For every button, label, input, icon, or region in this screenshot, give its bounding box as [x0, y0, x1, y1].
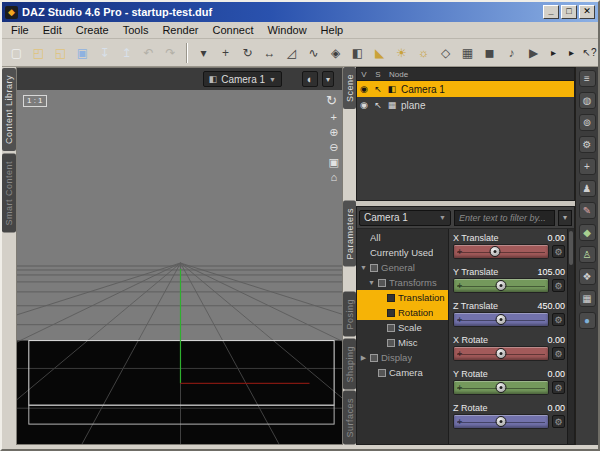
toolbar-overflow-icon[interactable]: ▸ [545, 42, 562, 63]
undo-button[interactable]: ↶ [138, 42, 159, 63]
animate-button[interactable]: ♪ [501, 42, 522, 63]
slider-track[interactable]: + [453, 244, 549, 259]
home-view-icon[interactable]: ⌂ [330, 172, 337, 183]
universal-tool-button[interactable]: + [215, 42, 236, 63]
grid-panel-icon[interactable]: ▦ [579, 290, 596, 307]
nudge-plus-icon[interactable]: + [457, 247, 462, 256]
slider-gear-icon[interactable]: ⚙ [552, 279, 565, 292]
redo-button[interactable]: ↷ [160, 42, 181, 63]
node-column-header[interactable]: Node [385, 70, 574, 79]
rotate-tool-button[interactable]: ↻ [237, 42, 258, 63]
open-file-button[interactable]: ◰ [28, 42, 49, 63]
save-file-button[interactable]: ▣ [72, 42, 93, 63]
scene-node-row[interactable]: ◉ ↖ ▦ plane [357, 97, 574, 113]
nudge-plus-icon[interactable]: + [457, 315, 462, 324]
parameter-group-row[interactable]: Currently Used [357, 245, 448, 260]
parameters-node-selector[interactable]: Camera 1 ▼ [359, 210, 451, 226]
translate-tool-button[interactable]: ↔ [259, 42, 280, 63]
parameter-filter-input[interactable] [454, 210, 555, 226]
tab-parameters[interactable]: Parameters [343, 201, 356, 267]
slider-value[interactable]: 0.00 [547, 335, 565, 345]
create-distant-light-button[interactable]: ☼ [413, 42, 434, 63]
parameter-group-row[interactable]: Rotation [357, 305, 448, 320]
menu-item[interactable]: Window [260, 23, 313, 37]
parameter-group-row[interactable]: Misc [357, 335, 448, 350]
slider-knob[interactable] [496, 348, 507, 359]
filter-options-button[interactable]: ▾ [558, 210, 572, 226]
expand-arrow-icon[interactable]: ▼ [360, 264, 367, 271]
slider-value[interactable]: 0.00 [547, 369, 565, 379]
slider-track[interactable]: + [453, 312, 549, 327]
import-button[interactable]: ↧ [94, 42, 115, 63]
render-settings-icon[interactable]: ⊚ [579, 114, 596, 131]
nudge-plus-icon[interactable]: + [457, 349, 462, 358]
render-button[interactable]: ▶ [523, 42, 544, 63]
viewport-camera-selector[interactable]: ◧ Camera 1 ▼ [203, 71, 282, 87]
visibility-eye-icon[interactable]: ◉ [357, 84, 371, 94]
slider-gear-icon[interactable]: ⚙ [552, 313, 565, 326]
tools-icon[interactable]: + [579, 158, 596, 175]
create-primitive-button[interactable]: ◼ [479, 42, 500, 63]
viewport-menu-button[interactable]: ▾ [322, 71, 334, 87]
slider-value[interactable]: 0.00 [547, 233, 565, 243]
nudge-plus-icon[interactable]: + [457, 417, 462, 426]
slider-value[interactable]: 450.00 [537, 301, 565, 311]
menu-item[interactable]: Render [155, 23, 205, 37]
new-file-button[interactable]: ▢ [6, 42, 27, 63]
close-button[interactable]: ✕ [579, 5, 595, 19]
panel-menu-icon[interactable]: ≡ [579, 70, 596, 87]
node-selection-tool-button[interactable]: ▾ [193, 42, 214, 63]
zoom-in-icon[interactable]: ⊕ [329, 127, 338, 138]
selectable-cursor-icon[interactable]: ↖ [371, 84, 385, 94]
export-button[interactable]: ↥ [116, 42, 137, 63]
slider-gear-icon[interactable]: ⚙ [552, 245, 565, 258]
slider-knob[interactable] [490, 246, 501, 257]
slider-knob[interactable] [496, 314, 507, 325]
selectable-column-header[interactable]: S [371, 70, 385, 79]
expand-arrow-icon[interactable]: ▶ [360, 354, 367, 362]
slider-gear-icon[interactable]: ⚙ [552, 415, 565, 428]
active-pose-tool-button[interactable]: ∿ [303, 42, 324, 63]
selectable-cursor-icon[interactable]: ↖ [371, 100, 385, 110]
menu-item[interactable]: Help [314, 23, 351, 37]
expand-arrow-icon[interactable]: ▼ [368, 279, 375, 286]
paint-brush-icon[interactable]: ✎ [579, 202, 596, 219]
menu-item[interactable]: Create [69, 23, 116, 37]
toolbar-overflow2-icon[interactable]: ▸ [563, 42, 580, 63]
visibility-eye-icon[interactable]: ◉ [357, 100, 371, 110]
world-globe-icon[interactable]: ● [579, 312, 596, 329]
slider-knob[interactable] [496, 382, 507, 393]
tab-scene[interactable]: Scene [343, 67, 356, 109]
scene-node-row[interactable]: ◉ ↖ ◧ Camera 1 [357, 81, 574, 97]
slider-value[interactable]: 105.00 [537, 267, 565, 277]
sphere-icon[interactable]: ◍ [579, 92, 596, 109]
menu-item[interactable]: Edit [36, 23, 69, 37]
parameter-group-row[interactable]: Translation [357, 290, 448, 305]
open-recent-button[interactable]: ◱ [50, 42, 71, 63]
slider-track[interactable]: + [453, 380, 549, 395]
create-camera-button[interactable]: ◧ [347, 42, 368, 63]
visible-column-header[interactable]: V [357, 70, 371, 79]
scrollbar-thumb[interactable] [569, 231, 573, 265]
minimize-button[interactable]: _ [543, 5, 559, 19]
pose-icon[interactable]: ♙ [579, 246, 596, 263]
create-null-button[interactable]: ◇ [435, 42, 456, 63]
slider-track[interactable]: + [453, 346, 549, 361]
parameters-scrollbar[interactable] [567, 229, 574, 444]
slider-knob[interactable] [496, 416, 507, 427]
orbit-control-icon[interactable]: ↻ [326, 93, 337, 108]
primitive-cube-icon[interactable]: ◆ [579, 224, 596, 241]
figure-icon[interactable]: ♟ [579, 180, 596, 197]
menu-item[interactable]: Tools [116, 23, 156, 37]
drawstyle-button[interactable]: ◐ [302, 71, 318, 87]
menu-item[interactable]: File [4, 23, 36, 37]
slider-track[interactable]: + [453, 414, 549, 429]
slider-gear-icon[interactable]: ⚙ [552, 381, 565, 394]
parameter-group-row[interactable]: ▶ Display [357, 350, 448, 365]
pan-icon[interactable]: + [331, 112, 337, 123]
slider-gear-icon[interactable]: ⚙ [552, 347, 565, 360]
content-icon[interactable]: ❖ [579, 268, 596, 285]
whats-this-help-button[interactable]: ↖? [581, 42, 598, 63]
nudge-plus-icon[interactable]: + [457, 383, 462, 392]
surface-selection-tool-button[interactable]: ◈ [325, 42, 346, 63]
